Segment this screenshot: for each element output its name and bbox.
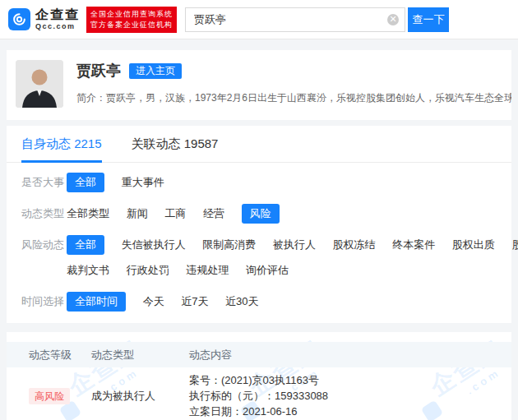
tab-self-activity[interactable]: 自身动态 2215 <box>21 126 102 162</box>
profile-card: 贾跃亭 进入主页 简介：贾跃亭，男，汉族，1973年2月6日出生于山西襄汾，乐视… <box>7 50 511 120</box>
brand-text: 企查查 Qcc.com <box>35 8 80 30</box>
filter-option[interactable]: 近30天 <box>225 292 258 312</box>
filter-label-risk-type: 风险动态 <box>21 235 67 280</box>
filter-option[interactable]: 近7天 <box>181 292 208 312</box>
filter-label-major-event: 是否大事 <box>21 173 67 192</box>
filter-option[interactable]: 违规处理 <box>186 261 229 280</box>
filter-option[interactable]: 终本案件 <box>392 235 435 255</box>
filter-option[interactable]: 经营 <box>203 204 224 224</box>
profile-photo <box>16 60 63 108</box>
filter-label-activity-type: 动态类型 <box>21 204 67 224</box>
brand-domain: Qcc.com <box>35 23 80 30</box>
table-header-level: 动态等级 <box>29 348 91 362</box>
certification-badge: 全国企业信用查询系统 官方备案企业征信机构 <box>86 7 177 33</box>
site-header: 企查查 Qcc.com 全国企业信用查询系统 官方备案企业征信机构 ✕ 查一下 <box>0 0 518 39</box>
filter-option[interactable]: 限制高消费 <box>202 235 256 255</box>
filter-row-risk-type: 风险动态 全部 失信被执行人 限制高消费 被执行人 股权冻结 终本案件 股权出质… <box>21 235 511 280</box>
table-header-content: 动态内容 <box>189 348 511 362</box>
activity-content-cell: 案号：(2021)京03执1163号 执行标的（元）：159333088 立案日… <box>189 372 511 419</box>
filter-option[interactable]: 全部 <box>67 235 104 255</box>
filter-option[interactable]: 裁判文书 <box>67 261 109 280</box>
filter-option[interactable]: 新闻 <box>127 204 148 224</box>
qcc-swirl-icon <box>8 8 30 30</box>
activity-card: 自身动态 2215 关联动态 19587 是否大事 全部 重大事件 动态类型 全… <box>7 126 511 323</box>
tab-related-activity[interactable]: 关联动态 19587 <box>132 126 219 162</box>
filter-row-major-event: 是否大事 全部 重大事件 <box>21 173 511 192</box>
activity-tabs: 自身动态 2215 关联动态 19587 <box>7 126 511 163</box>
filter-row-activity-type: 动态类型 全部类型 新闻 工商 经营 风险 <box>21 204 511 224</box>
filter-option[interactable]: 全部 <box>67 173 104 192</box>
table-header-row: 动态等级 动态类型 动态内容 <box>7 342 511 367</box>
qcc-logo[interactable]: 企查查 Qcc.com <box>8 8 80 30</box>
filter-option[interactable]: 股权出质 <box>452 235 495 255</box>
profile-name: 贾跃亭 <box>76 61 121 81</box>
filter-option[interactable]: 工商 <box>164 204 186 224</box>
filter-option[interactable]: 股权冻结 <box>333 235 376 255</box>
filter-option[interactable]: 风险 <box>242 204 280 224</box>
filter-row-time: 时间选择 全部时间 今天 近7天 近30天 <box>21 292 511 312</box>
filter-option[interactable]: 今天 <box>143 292 164 312</box>
filter-label-time: 时间选择 <box>21 292 67 312</box>
clear-search-icon[interactable]: ✕ <box>387 14 399 25</box>
search-box: ✕ 查一下 <box>185 7 449 32</box>
table-row: 高风险 成为被执行人 案号：(2021)京03执1163号 执行标的（元）：15… <box>7 367 511 420</box>
filter-option[interactable]: 全部时间 <box>67 292 126 312</box>
risk-level-badge: 高风险 <box>29 388 70 404</box>
filter-option[interactable]: 全部类型 <box>67 204 109 224</box>
certification-badge-line2: 官方备案企业征信机构 <box>90 20 173 30</box>
certification-badge-line1: 全国企业信用查询系统 <box>90 9 173 20</box>
search-button[interactable]: 查一下 <box>408 7 449 32</box>
filter-option[interactable]: 被执行人 <box>273 235 316 255</box>
profile-intro: 简介：贾跃亭，男，汉族，1973年2月6日出生于山西襄汾，乐视控股集团创始人，乐… <box>76 91 511 105</box>
filters: 是否大事 全部 重大事件 动态类型 全部类型 新闻 工商 经营 风险 <box>7 173 511 323</box>
enter-homepage-button[interactable]: 进入主页 <box>129 63 182 79</box>
search-input[interactable] <box>185 7 405 32</box>
profile-main: 贾跃亭 进入主页 简介：贾跃亭，男，汉族，1973年2月6日出生于山西襄汾，乐视… <box>76 60 511 120</box>
filing-date-line: 立案日期：2021-06-16 <box>189 404 511 419</box>
filter-option[interactable]: 重大事件 <box>122 173 164 192</box>
filter-option[interactable]: 询价评估 <box>246 261 289 280</box>
activity-table-card: 企查查 .com 企查查 .com 企查查 .com 动态等级 动态类型 动态内… <box>7 332 511 420</box>
activity-type-cell: 成为被执行人 <box>91 389 189 404</box>
filter-option[interactable]: 行政处罚 <box>127 261 169 280</box>
execution-amount-line: 执行标的（元）：159333088 <box>189 388 511 404</box>
case-number-line: 案号：(2021)京03执1163号 <box>189 372 511 388</box>
filter-option[interactable]: 股权质押 <box>511 235 518 255</box>
brand-name: 企查查 <box>35 8 80 21</box>
filter-option[interactable]: 失信被执行人 <box>122 235 186 255</box>
table-header-type: 动态类型 <box>91 348 189 362</box>
